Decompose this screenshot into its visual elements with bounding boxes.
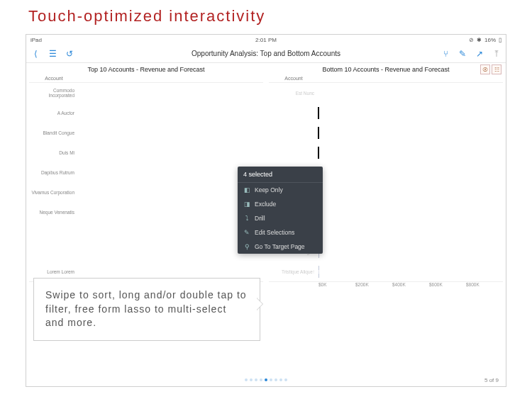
column-header-account[interactable]: Account: [29, 74, 79, 82]
table-row[interactable]: Duis Mi$5M$1M: [29, 142, 263, 162]
bar[interactable]: [79, 226, 263, 238]
table-row[interactable]: Vivamus Corporation$4M$2M: [29, 182, 263, 202]
popover-item-label: Edit Selections: [255, 229, 294, 236]
tablet-frame: iPad 2:01 PM ⊘ ✱ 16% ▯ ⟨ ☰ ↺ Opportunity…: [26, 34, 506, 387]
popover-item-label: Go To Target Page: [255, 243, 305, 250]
table-row[interactable]: $500K: [269, 142, 503, 162]
bar[interactable]: $450K: [318, 127, 503, 139]
row-label: Tristique Aliquet: [269, 269, 318, 274]
row-label: Est Nunc: [269, 91, 318, 96]
table-row[interactable]: [29, 222, 263, 242]
bar[interactable]: $520K: [318, 226, 503, 238]
page-headline: Touch-optimized interactivity: [0, 0, 532, 28]
bar[interactable]: [318, 87, 503, 99]
popover-item-icon: ⚲: [243, 243, 250, 250]
bar[interactable]: [79, 246, 263, 258]
column-header-account[interactable]: Account: [269, 74, 318, 82]
page-dot[interactable]: [279, 378, 282, 381]
page-title: Opportunity Analysis: Top and Bottom Acc…: [192, 50, 340, 57]
table-row[interactable]: Dapibus Rutrum$4M: [29, 162, 263, 182]
bar[interactable]: $500K: [318, 206, 503, 218]
popover-item[interactable]: ✎Edit Selections: [238, 225, 323, 240]
list-button[interactable]: ☰: [48, 49, 57, 59]
view-toggle-chart[interactable]: ⦿: [480, 64, 490, 74]
table-row[interactable]: $450K: [269, 123, 503, 142]
row-label: Dapibus Rutrum: [29, 170, 79, 175]
bar[interactable]: $5M$1M: [79, 127, 263, 139]
table-row[interactable]: Commodo Incorporated$6M$2M: [29, 83, 263, 103]
comment-button[interactable]: ✎: [458, 49, 467, 59]
charts-container: Top 10 Accounts - Revenue and Forecast A…: [26, 63, 506, 373]
bluetooth-icon: ✱: [477, 37, 482, 43]
page-dot[interactable]: [260, 378, 262, 381]
table-row[interactable]: [29, 242, 263, 262]
back-button[interactable]: ⟨: [31, 49, 40, 59]
page-counter: 5 of 9: [484, 377, 499, 383]
row-label: Neque Venenatis: [29, 210, 79, 215]
feature-caption: Swipe to sort, long and/or double tap to…: [33, 278, 260, 341]
popover-item[interactable]: ⚲Go To Target Page: [238, 240, 323, 254]
bar[interactable]: $470K: [318, 167, 503, 179]
row-label: Commodo Incorporated: [29, 88, 79, 98]
bar[interactable]: $3M$1M: [79, 266, 263, 278]
bar[interactable]: $5M$1M: [79, 147, 263, 159]
popover-item[interactable]: ◧Keep Only: [238, 183, 323, 197]
history-button[interactable]: ↺: [65, 49, 74, 59]
bar[interactable]: $5M$1M: [79, 107, 263, 119]
page-dot[interactable]: [284, 378, 287, 381]
page-dot[interactable]: [275, 378, 277, 381]
orientation-lock-icon: ⊘: [469, 37, 474, 43]
table-row[interactable]: Est Nunc: [269, 83, 503, 103]
row-label: Blandit Congue: [29, 130, 79, 135]
popover-item-label: Exclude: [255, 201, 276, 208]
bar[interactable]: $400K: [318, 107, 503, 119]
clock: 2:01 PM: [255, 37, 277, 43]
popover-item-icon: ✎: [243, 229, 250, 236]
filter-button[interactable]: ⑂: [440, 49, 450, 59]
bar[interactable]: $540K: [318, 246, 503, 258]
popover-item-label: Drill: [255, 215, 265, 222]
table-row[interactable]: Tristique Aliquet$550K: [269, 262, 503, 281]
bar[interactable]: $4M$2M: [79, 186, 263, 198]
view-toggle-table[interactable]: ☷: [492, 64, 501, 74]
bar[interactable]: $550K: [318, 266, 503, 278]
page-dot[interactable]: [255, 378, 257, 381]
bars-top10[interactable]: Commodo Incorporated$6M$2MA Auctor$5M$1M…: [29, 83, 263, 281]
app-navbar: ⟨ ☰ ↺ Opportunity Analysis: Top and Bott…: [26, 45, 506, 63]
table-row[interactable]: A Auctor$5M$1M: [29, 103, 263, 123]
collapse-button[interactable]: ⤒: [492, 49, 501, 59]
page-dots[interactable]: [245, 378, 287, 381]
axis-tick: $800K: [466, 282, 503, 287]
table-row[interactable]: Neque Venenatis$4M$1M: [29, 202, 263, 222]
axis-tick: $200K: [355, 282, 392, 287]
page-dot[interactable]: [250, 378, 253, 381]
table-row[interactable]: $400K: [269, 103, 503, 123]
popover-item[interactable]: ◨Exclude: [238, 197, 323, 211]
chart-title: Top 10 Accounts - Revenue and Forecast: [29, 66, 263, 73]
axis-tick: $400K: [392, 282, 429, 287]
bar[interactable]: $480K: [318, 186, 503, 198]
table-row[interactable]: Blandit Congue$5M$1M: [29, 123, 263, 142]
axis-tick: $0K: [318, 282, 355, 287]
bar[interactable]: $500K: [318, 147, 503, 159]
popover-item-icon: ◨: [243, 201, 250, 208]
battery-text: 16%: [484, 37, 496, 43]
selection-popover: 4 selected ◧Keep Only◨Exclude⤵Drill✎Edit…: [238, 167, 323, 254]
popover-item-label: Keep Only: [255, 186, 283, 193]
bar[interactable]: $4M: [79, 167, 263, 179]
bar[interactable]: $6M$2M: [79, 87, 263, 99]
share-button[interactable]: ↗: [475, 49, 484, 59]
row-label: Duis Mi: [29, 150, 79, 155]
popover-item[interactable]: ⤵Drill: [238, 211, 323, 225]
axis-tick: $600K: [429, 282, 466, 287]
chart-title: Bottom 10 Accounts - Revenue and Forecas…: [269, 66, 503, 73]
row-label: Vivamus Corporation: [29, 190, 79, 195]
page-dot[interactable]: [245, 378, 248, 381]
bar[interactable]: $4M$1M: [79, 206, 263, 218]
row-label: A Auctor: [29, 111, 79, 116]
page-dot[interactable]: [270, 378, 272, 381]
ios-statusbar: iPad 2:01 PM ⊘ ✱ 16% ▯: [26, 35, 506, 45]
page-dot[interactable]: [265, 378, 267, 381]
popover-item-icon: ⤵: [243, 215, 250, 222]
device-label: iPad: [31, 37, 42, 43]
